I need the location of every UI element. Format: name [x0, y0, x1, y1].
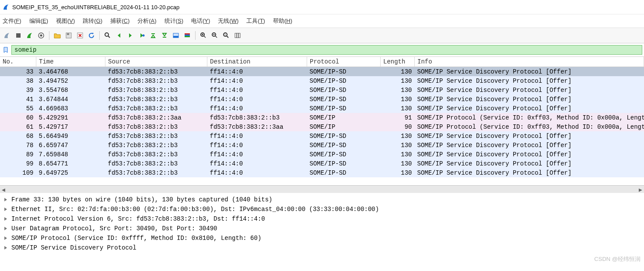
auto-scroll-button[interactable] — [171, 30, 181, 41]
close-file-button[interactable] — [75, 30, 85, 41]
svg-rect-12 — [185, 36, 190, 37]
packet-cell: ff14::4:0 — [207, 95, 307, 104]
column-no[interactable]: No. — [0, 57, 36, 67]
packet-row[interactable]: 554.669683fd53:7cb8:383:2::b3ff14::4:0SO… — [0, 104, 644, 113]
menu-edit[interactable]: 编辑(E) — [29, 17, 48, 25]
menu-goto[interactable]: 跳转(G) — [83, 17, 102, 25]
reload-file-button[interactable] — [86, 30, 97, 41]
menu-capture[interactable]: 捕获(C) — [110, 17, 130, 25]
expand-icon[interactable] — [3, 206, 9, 212]
find-packet-button[interactable] — [102, 30, 113, 41]
packet-cell: fd53:7cb8:383:2::b3 — [105, 67, 207, 77]
packet-cell: SOME/IP Service Discovery Protocol [Offe… — [415, 131, 644, 141]
column-time[interactable]: Time — [36, 57, 105, 67]
packet-cell: 130 — [381, 76, 415, 85]
packet-cell: 33 — [0, 67, 36, 77]
expand-icon[interactable] — [3, 216, 9, 222]
column-info[interactable]: Info — [415, 57, 644, 67]
stop-capture-button[interactable] — [13, 30, 24, 41]
packet-list-pane: No. Time Source Destination Protocol Len… — [0, 57, 644, 186]
packet-cell: 5.664949 — [36, 131, 105, 141]
scroll-left-icon[interactable]: ◄ — [0, 187, 7, 193]
detail-text: SOME/IP Protocol (Service ID: 0xffff, Me… — [11, 235, 261, 242]
packet-cell: SOME/IP Protocol (Service ID: 0xff03, Me… — [415, 122, 644, 131]
menu-analyze[interactable]: 分析(A) — [137, 17, 156, 25]
detail-row[interactable]: Ethernet II, Src: 02:7d:fa:00:b3:00 (02:… — [0, 204, 644, 214]
menu-stats[interactable]: 统计(S) — [164, 17, 183, 25]
packet-row[interactable]: 786.659747fd53:7cb8:383:2::b3ff14::4:0SO… — [0, 141, 644, 150]
go-back-button[interactable] — [114, 30, 124, 41]
detail-row[interactable]: Internet Protocol Version 6, Src: fd53:7… — [0, 214, 644, 224]
go-forward-button[interactable] — [125, 30, 136, 41]
packet-cell: SOME/IP-SD — [307, 159, 381, 168]
column-source[interactable]: Source — [105, 57, 207, 67]
column-destination[interactable]: Destination — [207, 57, 307, 67]
menu-wireless[interactable]: 无线(W) — [218, 17, 238, 25]
packet-details-pane[interactable]: Frame 33: 130 bytes on wire (1040 bits),… — [0, 193, 644, 254]
main-toolbar: 1 — [0, 28, 644, 43]
menu-tools[interactable]: 工具(T) — [246, 17, 265, 25]
menu-file[interactable]: 文件(F) — [3, 17, 21, 25]
start-capture-button[interactable] — [2, 30, 12, 41]
packet-row[interactable]: 605.429291fd53:7cb8:383:2::3aafd53:7cb8:… — [0, 113, 644, 122]
packet-cell: fd53:7cb8:383:2::b3 — [105, 159, 207, 168]
packet-row[interactable]: 413.674844fd53:7cb8:383:2::b3ff14::4:0SO… — [0, 95, 644, 104]
resize-columns-button[interactable] — [232, 30, 243, 41]
open-file-button[interactable] — [52, 30, 63, 41]
detail-row[interactable]: Frame 33: 130 bytes on wire (1040 bits),… — [0, 195, 644, 204]
column-length[interactable]: Length — [381, 57, 415, 67]
detail-row[interactable]: SOME/IP Protocol (Service ID: 0xffff, Me… — [0, 233, 644, 243]
packet-cell: SOME/IP Service Discovery Protocol [Offe… — [415, 159, 644, 168]
packet-list-header[interactable]: No. Time Source Destination Protocol Len… — [0, 57, 644, 67]
packet-list-hscroll[interactable]: ◄ ► — [0, 186, 644, 193]
packet-row[interactable]: 1099.649725fd53:7cb8:383:2::b3ff14::4:0S… — [0, 168, 644, 177]
packet-cell: SOME/IP Service Discovery Protocol [Offe… — [415, 85, 644, 95]
go-to-packet-button[interactable] — [136, 30, 147, 41]
display-filter-input[interactable] — [11, 45, 642, 55]
packet-cell: fd53:7cb8:383:2::3aa — [207, 122, 307, 131]
packet-cell: SOME/IP-SD — [307, 85, 381, 95]
detail-row[interactable]: User Datagram Protocol, Src Port: 30490,… — [0, 224, 644, 233]
zoom-reset-button[interactable]: 1 — [221, 30, 231, 41]
packet-row[interactable]: 383.494752fd53:7cb8:383:2::b3ff14::4:0SO… — [0, 76, 644, 85]
capture-options-button[interactable] — [36, 30, 46, 41]
packet-cell: SOME/IP-SD — [307, 131, 381, 141]
svg-rect-18 — [237, 33, 238, 38]
expand-icon[interactable] — [3, 225, 9, 232]
packet-cell: SOME/IP-SD — [307, 168, 381, 177]
menu-view[interactable]: 视图(V) — [56, 17, 75, 25]
zoom-out-button[interactable] — [210, 30, 220, 41]
go-first-packet-button[interactable] — [148, 30, 158, 41]
packet-row[interactable]: 897.659848fd53:7cb8:383:2::b3ff14::4:0SO… — [0, 150, 644, 159]
scroll-right-icon[interactable]: ► — [637, 187, 644, 193]
detail-row[interactable]: SOME/IP Service Discovery Protocol — [0, 243, 644, 253]
bookmark-icon[interactable] — [2, 46, 10, 54]
expand-icon[interactable] — [3, 197, 9, 203]
menu-telephony[interactable]: 电话(Y) — [191, 17, 210, 25]
zoom-in-button[interactable] — [198, 30, 209, 41]
packet-cell: 3.494752 — [36, 76, 105, 85]
packet-row[interactable]: 333.464768fd53:7cb8:383:2::b3ff14::4:0SO… — [0, 67, 644, 77]
packet-row[interactable]: 685.664949fd53:7cb8:383:2::b3ff14::4:0SO… — [0, 131, 644, 141]
colorize-button[interactable] — [182, 30, 192, 41]
packet-cell: fd53:7cb8:383:2::3aa — [105, 113, 207, 122]
expand-icon[interactable] — [3, 235, 9, 241]
packet-cell: 9.649725 — [36, 168, 105, 177]
scroll-track[interactable] — [7, 187, 637, 193]
packet-row[interactable]: 615.429717fd53:7cb8:383:2::b3fd53:7cb8:3… — [0, 122, 644, 131]
packet-cell: SOME/IP — [307, 122, 381, 131]
save-file-button[interactable] — [63, 30, 74, 41]
column-protocol[interactable]: Protocol — [307, 57, 381, 67]
packet-row[interactable]: 393.554768fd53:7cb8:383:2::b3ff14::4:0SO… — [0, 85, 644, 95]
packet-cell: SOME/IP-SD — [307, 141, 381, 150]
go-last-packet-button[interactable] — [159, 30, 170, 41]
packet-list-table[interactable]: No. Time Source Destination Protocol Len… — [0, 57, 644, 177]
window-title: SOMEIP_ETS_35_echoUINT8RELIABLE_2024-01-… — [12, 4, 179, 11]
packet-row[interactable]: 998.654771fd53:7cb8:383:2::b3ff14::4:0SO… — [0, 159, 644, 168]
restart-capture-button[interactable] — [24, 30, 35, 41]
svg-point-2 — [40, 35, 42, 37]
menu-help[interactable]: 帮助(H) — [273, 17, 292, 25]
svg-rect-9 — [173, 36, 178, 38]
packet-cell: 68 — [0, 131, 36, 141]
expand-icon[interactable] — [3, 245, 9, 251]
